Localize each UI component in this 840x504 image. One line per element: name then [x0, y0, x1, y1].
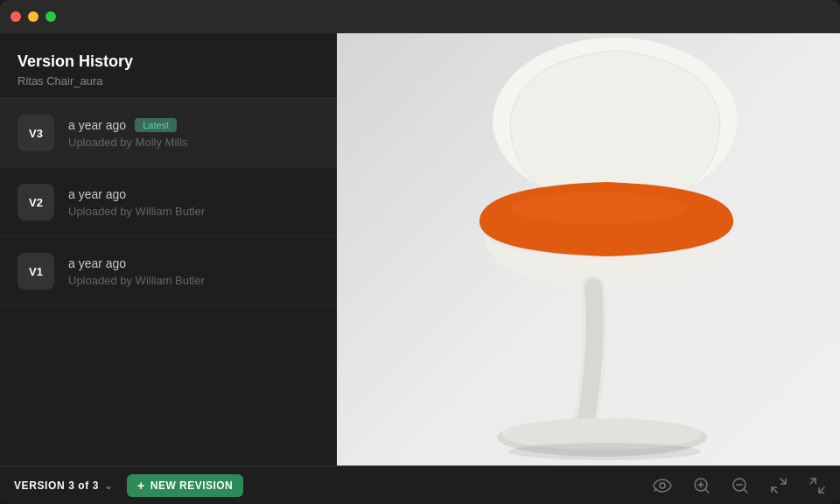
- toolbar-right: [351, 477, 826, 494]
- collapse-icon[interactable]: [770, 477, 788, 494]
- version-selector[interactable]: VERSION 3 of 3 ⌄: [14, 480, 113, 492]
- chevron-down-icon: ⌄: [104, 480, 113, 492]
- version-time-row-v2: a year ago: [68, 187, 319, 201]
- minimize-button[interactable]: [28, 11, 38, 22]
- latest-badge-v3: Latest: [135, 118, 177, 132]
- version-uploader-v1: Uploaded by William Butler: [68, 274, 319, 287]
- version-time-row-v1: a year ago: [68, 256, 319, 270]
- version-time-v3: a year ago: [68, 118, 126, 132]
- expand-icon[interactable]: [808, 477, 826, 494]
- maximize-button[interactable]: [46, 11, 56, 22]
- chair-preview: [337, 33, 840, 466]
- zoom-in-icon[interactable]: [693, 477, 710, 494]
- version-selector-text: VERSION 3 of 3: [14, 480, 99, 492]
- sidebar: Version History Ritas Chair_aura V3 a ye…: [0, 33, 337, 466]
- svg-point-5: [508, 443, 701, 460]
- version-info-v3: a year ago Latest Uploaded by Molly Mill…: [68, 118, 319, 149]
- version-badge-v2: V2: [18, 184, 54, 220]
- svg-line-16: [772, 487, 777, 493]
- svg-point-6: [660, 483, 665, 488]
- plus-icon: +: [137, 479, 145, 493]
- version-time-v2: a year ago: [68, 187, 126, 201]
- preview-area: [337, 33, 840, 466]
- version-item-v1[interactable]: V1 a year ago Uploaded by William Butler: [0, 237, 337, 306]
- svg-line-14: [744, 489, 747, 493]
- svg-point-2: [510, 192, 685, 224]
- sidebar-header: Version History Ritas Chair_aura: [0, 33, 337, 99]
- version-info-v1: a year ago Uploaded by William Butler: [68, 256, 319, 287]
- chair-svg: [370, 33, 808, 466]
- new-revision-label: NEW REVISION: [150, 480, 233, 492]
- version-item-v3[interactable]: V3 a year ago Latest Uploaded by Molly M…: [0, 99, 337, 168]
- svg-line-7: [654, 489, 656, 491]
- zoom-out-icon[interactable]: [732, 477, 749, 494]
- svg-line-11: [705, 489, 709, 493]
- version-number: 3: [68, 480, 74, 492]
- version-item-v2[interactable]: V2 a year ago Uploaded by William Butler: [0, 168, 337, 237]
- close-button[interactable]: [10, 11, 21, 22]
- version-badge-v3: V3: [18, 115, 54, 151]
- svg-line-15: [780, 479, 786, 484]
- svg-line-18: [819, 487, 824, 493]
- sidebar-title: Version History: [18, 52, 319, 71]
- svg-line-17: [810, 479, 816, 484]
- version-time-row-v3: a year ago Latest: [68, 118, 319, 132]
- toolbar: VERSION 3 of 3 ⌄ + NEW REVISION: [0, 466, 840, 504]
- new-revision-button[interactable]: + NEW REVISION: [127, 474, 243, 497]
- titlebar: [0, 0, 840, 33]
- watch-icon[interactable]: [653, 479, 672, 493]
- toolbar-left: VERSION 3 of 3 ⌄ + NEW REVISION: [14, 474, 351, 497]
- version-list: V3 a year ago Latest Uploaded by Molly M…: [0, 99, 337, 466]
- version-badge-v1: V1: [18, 253, 54, 290]
- version-uploader-v2: Uploaded by William Butler: [68, 205, 319, 218]
- sidebar-subtitle: Ritas Chair_aura: [18, 74, 319, 88]
- version-time-v1: a year ago: [68, 256, 126, 270]
- version-info-v2: a year ago Uploaded by William Butler: [68, 187, 319, 218]
- main-content: Version History Ritas Chair_aura V3 a ye…: [0, 33, 840, 466]
- version-uploader-v3: Uploaded by Molly Mills: [68, 136, 319, 149]
